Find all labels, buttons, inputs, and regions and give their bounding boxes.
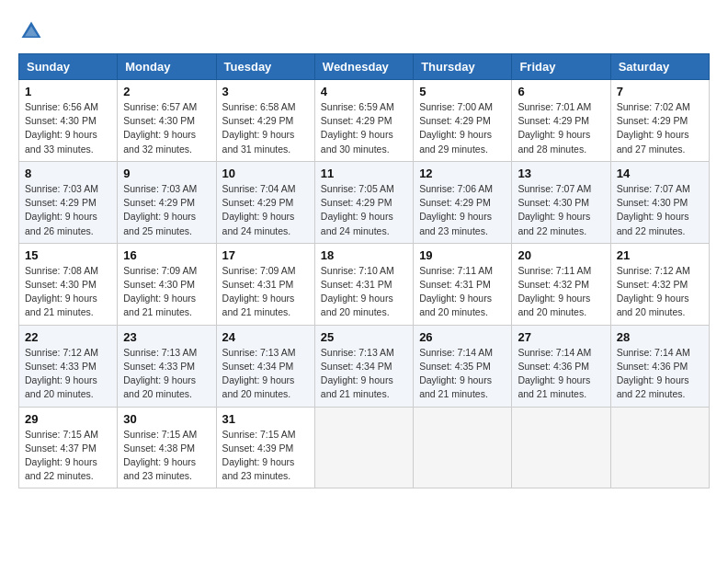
day-number: 8 <box>25 167 111 180</box>
day-number: 9 <box>123 167 210 180</box>
calendar-day-cell: 5 Sunrise: 7:00 AM Sunset: 4:29 PM Dayli… <box>414 80 512 162</box>
calendar-day-cell: 1 Sunrise: 6:56 AM Sunset: 4:30 PM Dayli… <box>19 80 118 162</box>
day-number: 11 <box>321 167 407 180</box>
day-number: 20 <box>518 248 604 262</box>
calendar-day-cell <box>512 407 610 488</box>
calendar-day-cell: 7 Sunrise: 7:02 AM Sunset: 4:29 PM Dayli… <box>610 80 709 162</box>
day-number: 26 <box>419 330 506 344</box>
day-detail: Sunrise: 6:58 AM Sunset: 4:29 PM Dayligh… <box>222 100 309 156</box>
day-detail: Sunrise: 6:59 AM Sunset: 4:29 PM Dayligh… <box>321 100 407 156</box>
day-detail: Sunrise: 7:15 AM Sunset: 4:37 PM Dayligh… <box>25 428 111 484</box>
day-detail: Sunrise: 7:13 AM Sunset: 4:34 PM Dayligh… <box>321 346 407 402</box>
calendar-week-row: 8 Sunrise: 7:03 AM Sunset: 4:29 PM Dayli… <box>19 161 710 243</box>
day-detail: Sunrise: 7:08 AM Sunset: 4:30 PM Dayligh… <box>25 264 111 320</box>
calendar-week-row: 22 Sunrise: 7:12 AM Sunset: 4:33 PM Dayl… <box>19 325 710 407</box>
day-number: 28 <box>617 330 703 344</box>
day-of-week-header: Monday <box>118 54 216 80</box>
calendar-week-row: 29 Sunrise: 7:15 AM Sunset: 4:37 PM Dayl… <box>19 407 710 488</box>
day-number: 21 <box>617 248 703 262</box>
calendar-day-cell: 13 Sunrise: 7:07 AM Sunset: 4:30 PM Dayl… <box>512 161 610 243</box>
calendar-day-cell: 6 Sunrise: 7:01 AM Sunset: 4:29 PM Dayli… <box>512 80 610 162</box>
calendar-day-cell: 23 Sunrise: 7:13 AM Sunset: 4:33 PM Dayl… <box>118 325 216 407</box>
day-number: 27 <box>518 330 604 344</box>
day-number: 13 <box>518 167 604 180</box>
calendar-day-cell: 18 Sunrise: 7:10 AM Sunset: 4:31 PM Dayl… <box>314 243 413 325</box>
day-detail: Sunrise: 7:13 AM Sunset: 4:34 PM Dayligh… <box>222 346 309 402</box>
calendar-day-cell: 15 Sunrise: 7:08 AM Sunset: 4:30 PM Dayl… <box>19 243 118 325</box>
calendar-day-cell: 28 Sunrise: 7:14 AM Sunset: 4:36 PM Dayl… <box>610 325 709 407</box>
day-detail: Sunrise: 6:57 AM Sunset: 4:30 PM Dayligh… <box>123 100 210 156</box>
day-detail: Sunrise: 7:05 AM Sunset: 4:29 PM Dayligh… <box>321 182 407 238</box>
calendar-day-cell: 25 Sunrise: 7:13 AM Sunset: 4:34 PM Dayl… <box>314 325 413 407</box>
day-of-week-header: Thursday <box>414 54 512 80</box>
day-detail: Sunrise: 7:15 AM Sunset: 4:38 PM Dayligh… <box>123 428 210 484</box>
day-detail: Sunrise: 7:09 AM Sunset: 4:31 PM Dayligh… <box>222 264 309 320</box>
day-detail: Sunrise: 7:14 AM Sunset: 4:35 PM Dayligh… <box>419 346 506 402</box>
day-detail: Sunrise: 7:00 AM Sunset: 4:29 PM Dayligh… <box>419 100 506 156</box>
day-number: 29 <box>25 412 111 426</box>
logo-icon <box>18 18 44 44</box>
calendar-day-cell: 22 Sunrise: 7:12 AM Sunset: 4:33 PM Dayl… <box>19 325 118 407</box>
calendar-day-cell: 17 Sunrise: 7:09 AM Sunset: 4:31 PM Dayl… <box>216 243 314 325</box>
day-number: 6 <box>518 85 604 98</box>
day-number: 24 <box>222 330 309 344</box>
page-header <box>18 18 710 44</box>
calendar-day-cell <box>314 407 413 488</box>
calendar-day-cell: 3 Sunrise: 6:58 AM Sunset: 4:29 PM Dayli… <box>216 80 314 162</box>
day-number: 22 <box>25 330 111 344</box>
day-detail: Sunrise: 7:09 AM Sunset: 4:30 PM Dayligh… <box>123 264 210 320</box>
day-number: 3 <box>222 85 309 98</box>
day-detail: Sunrise: 7:15 AM Sunset: 4:39 PM Dayligh… <box>222 428 309 484</box>
calendar-day-cell: 19 Sunrise: 7:11 AM Sunset: 4:31 PM Dayl… <box>414 243 512 325</box>
day-detail: Sunrise: 7:07 AM Sunset: 4:30 PM Dayligh… <box>518 182 604 238</box>
day-detail: Sunrise: 7:14 AM Sunset: 4:36 PM Dayligh… <box>617 346 703 402</box>
day-number: 7 <box>617 85 703 98</box>
day-of-week-header: Saturday <box>610 54 709 80</box>
day-number: 16 <box>123 248 210 262</box>
day-of-week-header: Sunday <box>19 54 118 80</box>
logo <box>18 18 48 44</box>
day-detail: Sunrise: 7:12 AM Sunset: 4:33 PM Dayligh… <box>25 346 111 402</box>
day-number: 15 <box>25 248 111 262</box>
calendar-day-cell: 11 Sunrise: 7:05 AM Sunset: 4:29 PM Dayl… <box>314 161 413 243</box>
day-number: 1 <box>25 85 111 98</box>
day-of-week-header: Wednesday <box>314 54 413 80</box>
day-number: 4 <box>321 85 407 98</box>
calendar-day-cell: 30 Sunrise: 7:15 AM Sunset: 4:38 PM Dayl… <box>118 407 216 488</box>
day-detail: Sunrise: 7:12 AM Sunset: 4:32 PM Dayligh… <box>617 264 703 320</box>
day-detail: Sunrise: 6:56 AM Sunset: 4:30 PM Dayligh… <box>25 100 111 156</box>
day-number: 23 <box>123 330 210 344</box>
day-number: 5 <box>419 85 506 98</box>
calendar-day-cell: 31 Sunrise: 7:15 AM Sunset: 4:39 PM Dayl… <box>216 407 314 488</box>
day-detail: Sunrise: 7:06 AM Sunset: 4:29 PM Dayligh… <box>419 182 506 238</box>
day-number: 30 <box>123 412 210 426</box>
day-detail: Sunrise: 7:02 AM Sunset: 4:29 PM Dayligh… <box>617 100 703 156</box>
calendar-body: 1 Sunrise: 6:56 AM Sunset: 4:30 PM Dayli… <box>19 80 710 488</box>
day-detail: Sunrise: 7:10 AM Sunset: 4:31 PM Dayligh… <box>321 264 407 320</box>
calendar-day-cell: 29 Sunrise: 7:15 AM Sunset: 4:37 PM Dayl… <box>19 407 118 488</box>
calendar-day-cell: 27 Sunrise: 7:14 AM Sunset: 4:36 PM Dayl… <box>512 325 610 407</box>
calendar-day-cell: 26 Sunrise: 7:14 AM Sunset: 4:35 PM Dayl… <box>414 325 512 407</box>
day-detail: Sunrise: 7:04 AM Sunset: 4:29 PM Dayligh… <box>222 182 309 238</box>
calendar-day-cell: 9 Sunrise: 7:03 AM Sunset: 4:29 PM Dayli… <box>118 161 216 243</box>
day-detail: Sunrise: 7:07 AM Sunset: 4:30 PM Dayligh… <box>617 182 703 238</box>
calendar-day-cell: 24 Sunrise: 7:13 AM Sunset: 4:34 PM Dayl… <box>216 325 314 407</box>
calendar-day-cell: 16 Sunrise: 7:09 AM Sunset: 4:30 PM Dayl… <box>118 243 216 325</box>
calendar-day-cell: 2 Sunrise: 6:57 AM Sunset: 4:30 PM Dayli… <box>118 80 216 162</box>
calendar-day-cell <box>414 407 512 488</box>
calendar-week-row: 15 Sunrise: 7:08 AM Sunset: 4:30 PM Dayl… <box>19 243 710 325</box>
calendar-day-cell: 12 Sunrise: 7:06 AM Sunset: 4:29 PM Dayl… <box>414 161 512 243</box>
day-detail: Sunrise: 7:03 AM Sunset: 4:29 PM Dayligh… <box>123 182 210 238</box>
calendar-day-cell: 8 Sunrise: 7:03 AM Sunset: 4:29 PM Dayli… <box>19 161 118 243</box>
day-number: 19 <box>419 248 506 262</box>
day-number: 14 <box>617 167 703 180</box>
day-of-week-header: Friday <box>512 54 610 80</box>
calendar-day-cell: 10 Sunrise: 7:04 AM Sunset: 4:29 PM Dayl… <box>216 161 314 243</box>
day-number: 31 <box>222 412 309 426</box>
day-number: 18 <box>321 248 407 262</box>
day-number: 17 <box>222 248 309 262</box>
day-number: 25 <box>321 330 407 344</box>
calendar-day-cell: 21 Sunrise: 7:12 AM Sunset: 4:32 PM Dayl… <box>610 243 709 325</box>
day-number: 12 <box>419 167 506 180</box>
calendar-day-cell: 20 Sunrise: 7:11 AM Sunset: 4:32 PM Dayl… <box>512 243 610 325</box>
